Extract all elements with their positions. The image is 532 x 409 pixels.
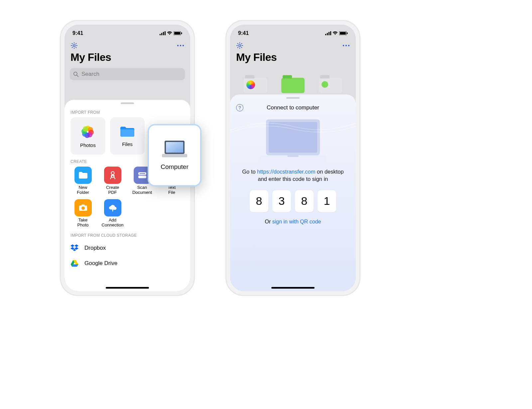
search-field[interactable] [70,68,185,80]
cloud-google-drive[interactable]: Google Drive [70,256,184,271]
home-indicator[interactable] [106,287,149,289]
transfer-url-link[interactable]: https://docstransfer.com [257,169,315,175]
status-bar: 9:41 [230,25,356,38]
search-input[interactable] [81,71,182,77]
google-drive-icon [70,260,78,267]
page-title: My Files [230,51,356,67]
more-icon[interactable] [342,45,350,47]
help-icon[interactable]: ? [236,104,243,111]
svg-rect-34 [329,32,330,35]
cloud-gdrive-label: Google Drive [84,260,117,267]
search-icon [73,71,79,77]
status-bar: 9:41 [65,25,190,38]
import-computer-tile-highlighted[interactable]: Computer [148,124,201,187]
status-icons [325,31,348,35]
svg-rect-46 [287,155,299,157]
svg-point-8 [177,45,179,46]
qr-signin-link[interactable]: sign in with QR code [272,219,321,224]
svg-rect-32 [325,34,326,35]
code-digit: 8 [295,190,314,212]
svg-point-39 [239,45,241,47]
create-connection-label: Add Connection [102,218,124,228]
pdf-icon [108,171,117,180]
more-icon[interactable] [177,45,184,47]
wifi-icon [332,31,338,35]
instruction-text: Go to https://docstransfer.com on deskto… [230,164,356,183]
create-new-folder[interactable]: New Folder [69,167,97,195]
new-folder-icon [78,171,88,179]
section-import-from: IMPORT FROM [65,107,190,117]
import-files-tile[interactable]: Files [110,117,145,155]
folder-thumb[interactable] [281,78,305,93]
folder-thumb[interactable] [244,78,267,93]
create-text-label: Text File [168,185,176,195]
code-digit: 8 [250,190,268,212]
svg-point-26 [81,206,85,210]
code-digit: 1 [318,190,336,212]
folder-icon [120,125,135,138]
cloud-icon [108,204,118,211]
battery-icon [174,31,182,35]
create-pdf-label: Create PDF [106,185,119,195]
phone-screen-right: 9:41 My Files [230,25,356,291]
svg-rect-23 [140,173,145,174]
wifi-icon [167,31,172,35]
page-title: My Files [65,51,190,67]
gear-icon[interactable] [70,42,78,49]
svg-rect-0 [160,34,161,35]
create-photo-label: Take Photo [77,218,89,228]
svg-point-40 [343,45,344,46]
status-icons [160,31,182,35]
gear-icon[interactable] [236,42,243,49]
code-display: 8 3 8 1 [230,183,356,215]
alternative-signin: Or sign in with QR code [230,215,356,225]
cloud-dropbox[interactable]: Dropbox [70,240,184,256]
svg-rect-33 [327,33,328,35]
svg-rect-31 [162,154,187,157]
battery-icon [339,31,348,35]
svg-point-42 [348,45,349,46]
svg-rect-3 [165,31,166,35]
create-add-connection[interactable]: Add Connection [99,199,126,228]
svg-point-41 [345,45,347,46]
dropbox-icon [70,244,78,252]
sheet-grabber[interactable] [121,102,134,104]
svg-rect-35 [330,31,331,35]
section-cloud: IMPORT FROM CLOUD STORAGE [65,230,190,240]
create-scan-label: Scan Document [132,185,152,195]
svg-rect-37 [340,32,346,35]
scanner-icon [138,172,147,179]
svg-rect-22 [138,176,146,178]
svg-rect-1 [161,33,162,35]
import-files-label: Files [122,141,133,147]
svg-point-11 [74,72,77,75]
svg-line-12 [77,75,78,76]
svg-rect-6 [181,33,182,34]
svg-point-10 [183,45,184,46]
svg-point-20 [83,126,88,132]
status-time: 9:41 [238,30,249,36]
connect-sheet: ? Connect to computer Go to https://docs [230,94,356,291]
photos-icon [80,124,95,139]
create-pdf[interactable]: Create PDF [99,167,126,195]
import-photos-tile[interactable]: Photos [70,117,105,155]
create-new-folder-label: New Folder [77,185,89,195]
import-photos-label: Photos [80,142,96,148]
decorative-waves [230,120,356,134]
svg-rect-5 [174,32,180,35]
svg-rect-2 [163,32,164,35]
camera-icon [78,204,88,211]
svg-point-7 [73,45,75,47]
home-indicator[interactable] [271,287,315,289]
code-digit: 3 [272,190,291,212]
folder-thumbnails [230,78,356,93]
laptop-icon [161,140,189,159]
connect-title: Connect to computer [243,104,342,111]
cellular-icon [325,31,331,35]
create-take-photo[interactable]: Take Photo [69,199,97,228]
sheet-grabber[interactable] [286,97,300,99]
status-time: 9:41 [72,30,83,36]
svg-rect-38 [347,33,348,34]
import-computer-label: Computer [161,163,188,171]
folder-thumb[interactable] [319,78,342,93]
